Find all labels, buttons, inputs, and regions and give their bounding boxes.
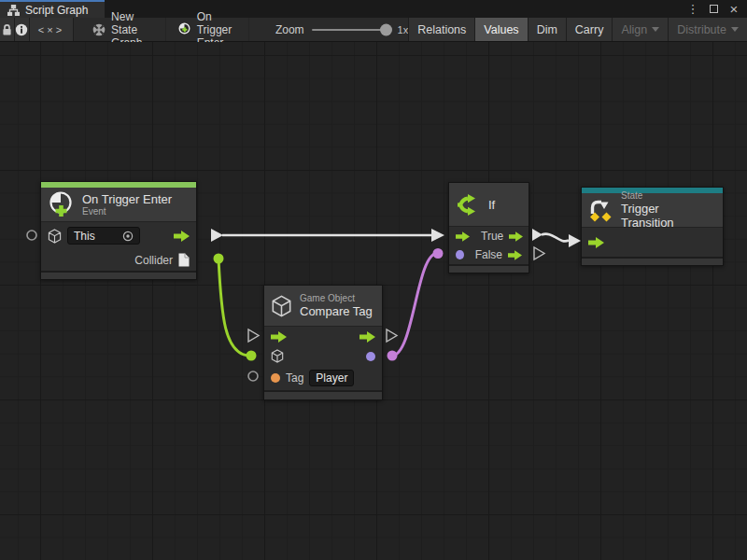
game-object-icon <box>271 295 292 317</box>
tab-script-graph[interactable]: Script Graph <box>0 0 105 18</box>
node-compare-tag[interactable]: Game Object Compare Tag <box>263 285 383 400</box>
node-subtitle: Event <box>82 206 172 217</box>
flow-input-port[interactable] <box>588 237 604 248</box>
target-field[interactable]: This <box>67 227 140 245</box>
graph-icon <box>7 5 20 16</box>
lock-button[interactable] <box>0 18 15 41</box>
maximize-button[interactable] <box>706 2 721 16</box>
node-category: State <box>621 190 713 201</box>
flow-port-outer[interactable] <box>387 329 397 342</box>
wire-trigger-to-if[interactable] <box>211 229 444 242</box>
flow-output-port[interactable] <box>174 231 190 242</box>
distribute-dropdown[interactable]: Distribute <box>668 18 747 41</box>
graph-toolbar: <×> New State Graph On Trigger Enter Zoo… <box>0 18 747 42</box>
lock-icon <box>1 23 13 36</box>
condition-input-port[interactable] <box>456 250 464 259</box>
toggle-group: Relations Values Dim Carry Align Distrib… <box>408 18 747 41</box>
event-icon <box>48 190 75 218</box>
close-button[interactable]: × <box>726 2 741 16</box>
graph-canvas[interactable]: On Trigger Enter Event This <box>0 42 747 560</box>
node-footer <box>41 271 196 279</box>
info-button[interactable] <box>15 18 30 41</box>
window-controls: ⋮ × <box>685 0 747 18</box>
this-input-port-outer[interactable] <box>27 231 36 240</box>
false-port-outer[interactable] <box>534 247 544 259</box>
tab-label: Script Graph <box>25 4 88 17</box>
node-title: On Trigger Enter <box>82 192 172 206</box>
align-dropdown[interactable]: Align <box>612 18 668 41</box>
node-footer <box>582 257 723 265</box>
node-title: Compare Tag <box>300 304 373 318</box>
tag-input-port-outer[interactable] <box>248 371 258 381</box>
node-category: Game Object <box>300 293 373 303</box>
relations-button[interactable]: Relations <box>408 18 474 41</box>
true-output-port[interactable] <box>509 231 523 242</box>
wire-true-to-transition[interactable] <box>532 229 581 247</box>
event-icon <box>177 22 191 36</box>
collider-output-port[interactable] <box>178 253 190 267</box>
node-if[interactable]: If True False <box>448 182 529 273</box>
transition-icon <box>588 198 613 223</box>
flow-output-port[interactable] <box>359 331 375 343</box>
port-label: Tag <box>286 371 303 385</box>
flow-port-outer[interactable] <box>248 329 259 342</box>
zoom-value: 1x <box>398 24 409 35</box>
wire-collider-to-comparetag[interactable] <box>214 254 257 361</box>
node-title: Trigger Transition <box>621 202 713 230</box>
bool-output-port[interactable] <box>366 352 375 361</box>
target-picker-icon[interactable] <box>122 231 134 242</box>
node-on-trigger-enter[interactable]: On Trigger Enter Event This <box>40 181 197 280</box>
breadcrumb-new-state-graph[interactable]: New State Graph <box>81 18 166 41</box>
port-label: True <box>481 230 503 243</box>
zoom-slider[interactable] <box>312 29 390 31</box>
port-label: False <box>475 248 502 261</box>
zoom-label: Zoom <box>275 23 304 36</box>
node-trigger-transition[interactable]: State Trigger Transition <box>581 187 724 266</box>
node-title: If <box>488 198 495 212</box>
breadcrumb-on-trigger-enter[interactable]: On Trigger Enter <box>166 18 249 41</box>
game-object-icon <box>48 229 62 244</box>
values-button[interactable]: Values <box>474 18 527 41</box>
maximize-icon <box>710 5 718 13</box>
carry-button[interactable]: Carry <box>566 18 613 41</box>
node-footer <box>449 264 529 273</box>
branch-icon <box>456 192 481 217</box>
string-input-port[interactable] <box>271 373 280 383</box>
wire-comparetag-to-if[interactable] <box>388 248 444 361</box>
chevron-down-icon <box>652 27 659 32</box>
zoom-control: Zoom 1x <box>275 18 408 41</box>
flow-input-port[interactable] <box>456 231 470 242</box>
port-label: Collider <box>134 254 173 267</box>
game-object-input-port[interactable] <box>271 349 284 363</box>
window-menu-button[interactable]: ⋮ <box>685 2 700 16</box>
chevron-down-icon <box>731 27 739 32</box>
code-view-button[interactable]: <×> <box>30 18 74 41</box>
flow-input-port[interactable] <box>271 331 287 343</box>
false-output-port[interactable] <box>508 250 522 260</box>
tag-value-field[interactable]: Player <box>309 370 354 386</box>
state-graph-icon <box>92 23 106 36</box>
info-icon <box>15 23 28 36</box>
node-footer <box>264 390 382 399</box>
zoom-slider-knob[interactable] <box>380 23 392 35</box>
breadcrumb: New State Graph On Trigger Enter <box>81 18 249 41</box>
dim-button[interactable]: Dim <box>528 18 566 41</box>
